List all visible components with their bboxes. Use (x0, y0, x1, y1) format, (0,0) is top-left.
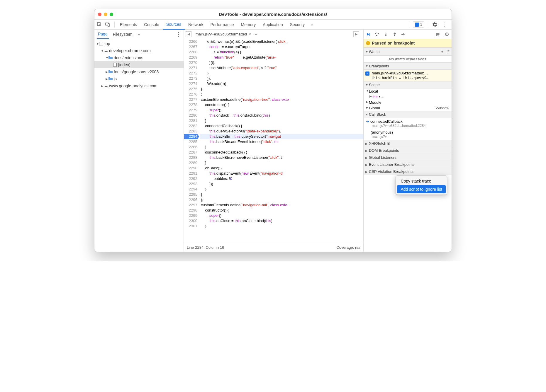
info-icon: i (366, 41, 370, 45)
step-into-icon[interactable] (383, 31, 389, 37)
svg-point-4 (376, 35, 377, 36)
window-title: DevTools - developer.chrome.com/docs/ext… (94, 12, 452, 17)
section-csp-violation-breakpoints[interactable]: ▶CSP Violation Breakpoints (364, 168, 452, 175)
minimize-window-icon[interactable] (104, 13, 107, 16)
settings-icon[interactable] (432, 21, 438, 28)
navigator-panel: Page Filesystem » ⋮ ▼top▼☁developer.chro… (94, 30, 184, 252)
tab-elements[interactable]: Elements (116, 20, 140, 30)
resume-icon[interactable] (365, 31, 371, 37)
pause-exceptions-icon[interactable] (444, 31, 450, 37)
scope-this[interactable]: ▶this: … (364, 94, 452, 100)
cursor-position: Line 2284, Column 16 (187, 245, 224, 250)
device-toggle-icon[interactable] (104, 21, 111, 28)
file-tab-more-icon[interactable]: » (253, 32, 258, 36)
menu-item[interactable]: Copy stack trace (397, 177, 446, 185)
section-global-listeners[interactable]: ▶Global Listeners (364, 154, 452, 161)
navigator-tab-filesystem[interactable]: Filesystem (112, 30, 134, 39)
frame-icon (99, 42, 103, 45)
step-icon[interactable] (401, 31, 406, 37)
folder-icon (108, 70, 113, 74)
maximize-window-icon[interactable] (110, 13, 113, 16)
tree-item[interactable]: ▼☁developer.chrome.com (94, 47, 184, 54)
checkbox-icon[interactable]: ✓ (365, 71, 369, 76)
svg-point-7 (401, 34, 403, 35)
svg-point-9 (445, 33, 449, 36)
close-tab-icon[interactable]: × (249, 32, 251, 37)
issue-count: 1 (420, 22, 422, 27)
section-event-listener-breakpoints[interactable]: ▶Event Listener Breakpoints (364, 161, 452, 168)
deactivate-breakpoints-icon[interactable] (435, 31, 441, 37)
scope-module[interactable]: ▶Module (364, 100, 452, 105)
tab-security[interactable]: Security (286, 20, 308, 30)
tab-performance[interactable]: Performance (207, 20, 237, 30)
navigator-menu-icon[interactable]: ⋮ (176, 31, 181, 38)
cloud-icon: ☁ (104, 48, 108, 53)
main-toolbar: ElementsConsoleSourcesNetworkPerformance… (94, 20, 452, 30)
tree-item[interactable]: (index) (94, 61, 184, 68)
file-tab[interactable]: main.js?v=e382d86f:formatted × (194, 32, 253, 37)
file-tab-name: main.js?v=e382d86f:formatted (196, 32, 247, 36)
titlebar: DevTools - developer.chrome.com/docs/ext… (94, 9, 452, 20)
folder-icon (108, 56, 113, 59)
menu-item[interactable]: Add script to ignore list (397, 185, 446, 193)
tree-item[interactable]: ▼top (94, 40, 184, 47)
tree-item[interactable]: ▶fonts/google-sans-v2003 (94, 68, 184, 75)
code-editor[interactable]: 2266226722682269227022712272227322742275… (184, 39, 363, 243)
tab-sources[interactable]: Sources (163, 20, 185, 30)
nav-next-icon[interactable]: ▶ (353, 31, 359, 37)
paused-banner: i Paused on breakpoint (364, 39, 452, 47)
step-out-icon[interactable] (392, 31, 398, 37)
tab-network[interactable]: Network (185, 20, 207, 30)
tree-item[interactable]: ▶☁www.google-analytics.com (94, 82, 184, 89)
file-icon (113, 63, 117, 67)
stack-frame[interactable]: (anonymous)main.js?v= (364, 129, 452, 140)
context-menu: Copy stack traceAdd script to ignore lis… (396, 175, 447, 195)
callstack-section-header[interactable]: ▼Call Stack (364, 111, 452, 118)
scope-local[interactable]: ▼Local (364, 88, 452, 94)
svg-rect-10 (446, 33, 447, 35)
svg-point-6 (394, 35, 395, 36)
debugger-panel: i Paused on breakpoint ▼Watch ＋⟳ No watc… (364, 30, 452, 252)
navigator-more-icon[interactable]: » (138, 32, 140, 37)
svg-rect-2 (108, 24, 109, 26)
close-window-icon[interactable] (98, 13, 101, 16)
tree-item[interactable]: ▶js (94, 75, 184, 82)
watch-section-header[interactable]: ▼Watch ＋⟳ (364, 47, 452, 56)
tree-item[interactable]: ▼docs/extensions (94, 54, 184, 61)
nav-prev-icon[interactable]: ◀ (186, 31, 191, 37)
more-tabs-icon[interactable]: » (308, 22, 315, 27)
section-xhr-fetch-b[interactable]: ▶XHR/fetch B (364, 140, 452, 147)
coverage-status: Coverage: n/a (336, 245, 360, 250)
scope-global[interactable]: ▶GlobalWindow (364, 105, 452, 111)
navigator-tab-page[interactable]: Page (97, 30, 109, 39)
breakpoint-item[interactable]: ✓ main.js?v=e382d86f:formatted:… this.ba… (364, 70, 452, 81)
breakpoints-section-header[interactable]: ▼Breakpoints (364, 62, 452, 70)
issues-badge[interactable]: 1 (413, 21, 424, 28)
svg-point-5 (385, 35, 386, 36)
cloud-icon: ☁ (104, 83, 108, 88)
scope-section-header[interactable]: ▼Scope (364, 81, 452, 88)
tab-memory[interactable]: Memory (238, 20, 260, 30)
stack-frame[interactable]: ➔connectedCallbackmain.js?v=e382d…format… (364, 118, 452, 129)
kebab-menu-icon[interactable]: ⋮ (442, 21, 448, 28)
tab-application[interactable]: Application (259, 20, 286, 30)
section-dom-breakpoints[interactable]: ▶DOM Breakpoints (364, 147, 452, 154)
tab-console[interactable]: Console (140, 20, 162, 30)
refresh-watch-icon[interactable]: ⟳ (447, 49, 450, 54)
folder-icon (108, 77, 113, 81)
inspect-icon[interactable] (96, 21, 103, 28)
svg-rect-3 (369, 33, 370, 36)
svg-rect-11 (447, 33, 448, 35)
add-watch-icon[interactable]: ＋ (440, 49, 444, 54)
issue-icon (415, 23, 419, 27)
file-tree[interactable]: ▼top▼☁developer.chrome.com▼docs/extensio… (94, 39, 184, 252)
editor-panel: ◀ main.js?v=e382d86f:formatted × » ▶ 226… (184, 30, 364, 252)
main-tabs: ElementsConsoleSourcesNetworkPerformance… (116, 20, 308, 30)
step-over-icon[interactable] (374, 31, 380, 37)
watch-empty: No watch expressions (364, 56, 452, 62)
